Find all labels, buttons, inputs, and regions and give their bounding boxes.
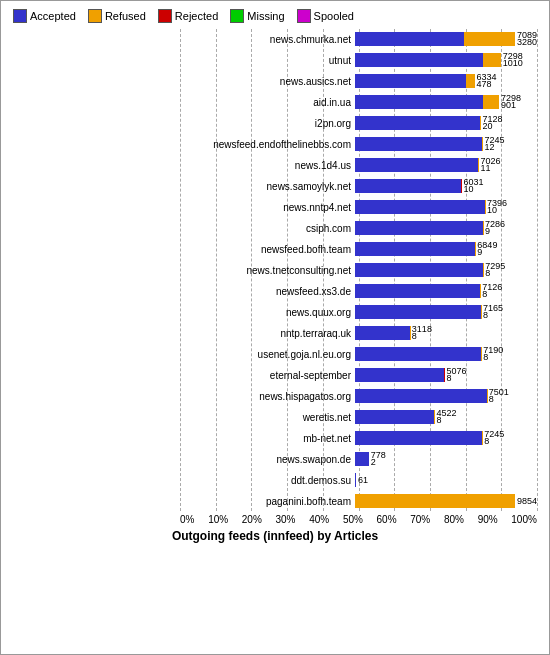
bar-wrapper <box>355 431 482 445</box>
bar-segment-accepted <box>355 263 483 277</box>
bar-segment-refused <box>464 32 515 46</box>
bar-value-label: 6334478 <box>477 74 497 88</box>
row-label: news.1d4.us <box>180 160 355 171</box>
table-row: aid.in.ua7298901 <box>180 92 537 112</box>
table-row: nntp.terraraq.uk31188 <box>180 323 537 343</box>
chart-rows: news.chmurka.net70893280utnut72981010new… <box>5 29 545 511</box>
bar-value-label: 724512 <box>484 137 504 151</box>
table-row: newsfeed.bofh.team68499 <box>180 239 537 259</box>
bar-value-label: 603110 <box>463 179 483 193</box>
bar-container: 71658 <box>355 305 537 319</box>
bar-wrapper <box>355 284 480 298</box>
bar-segment-refused <box>483 53 501 67</box>
bar-segment-accepted <box>355 326 410 340</box>
x-axis-label: 40% <box>309 514 329 525</box>
row-label: utnut <box>180 55 355 66</box>
legend-missing: Missing <box>230 9 284 23</box>
row-label: i2pn.org <box>180 118 355 129</box>
row-label: news.nntp4.net <box>180 202 355 213</box>
table-row: newsfeed.xs3.de71268 <box>180 281 537 301</box>
bar-value-label: 45228 <box>437 410 457 424</box>
bar-segment-accepted <box>355 53 483 67</box>
bar-segment-accepted <box>355 473 356 487</box>
bar-value-label: 71268 <box>482 284 502 298</box>
bar-value-label: 31188 <box>412 326 432 340</box>
bar-segment-accepted <box>355 431 482 445</box>
x-axis-labels: 0%10%20%30%40%50%60%70%80%90%100% <box>180 512 537 525</box>
legend-refused-box <box>88 9 102 23</box>
legend-missing-label: Missing <box>247 10 284 22</box>
table-row: news.nntp4.net739610 <box>180 197 537 217</box>
table-row: news.chmurka.net70893280 <box>180 29 537 49</box>
bar-value-label: 9854 <box>517 494 537 508</box>
row-label: news.tnetconsulting.net <box>180 265 355 276</box>
bar-value-label: 72958 <box>485 263 505 277</box>
row-label: news.samoylyk.net <box>180 181 355 192</box>
row-label: mb-net.net <box>180 433 355 444</box>
bar-container: 6334478 <box>355 74 537 88</box>
bar-wrapper <box>355 158 479 172</box>
table-row: news.hispagatos.org75018 <box>180 386 537 406</box>
x-axis-label: 0% <box>180 514 194 525</box>
bar-segment-accepted <box>355 452 369 466</box>
row-label: newsfeed.endofthelinebbs.com <box>180 139 355 150</box>
row-label: newsfeed.bofh.team <box>180 244 355 255</box>
bar-segment-accepted <box>355 158 478 172</box>
legend-missing-box <box>230 9 244 23</box>
row-label: news.quux.org <box>180 307 355 318</box>
bar-segment-accepted <box>355 179 461 193</box>
bar-segment-accepted <box>355 137 482 151</box>
bar-segment-accepted <box>355 305 481 319</box>
row-label: csiph.com <box>180 223 355 234</box>
legend-accepted-label: Accepted <box>30 10 76 22</box>
legend-spooled-box <box>297 9 311 23</box>
legend-spooled-label: Spooled <box>314 10 354 22</box>
table-row: paganini.bofh.team9854 <box>180 491 537 511</box>
row-label: news.ausics.net <box>180 76 355 87</box>
row-label: newsfeed.xs3.de <box>180 286 355 297</box>
bar-container: 70893280 <box>355 32 537 46</box>
bar-segment-accepted <box>355 410 434 424</box>
legend-spooled: Spooled <box>297 9 354 23</box>
bar-segment-refused <box>483 95 499 109</box>
bar-container: 7298901 <box>355 95 537 109</box>
bar-segment-accepted <box>355 284 480 298</box>
row-label: eternal-september <box>180 370 355 381</box>
bar-container: 9854 <box>355 494 537 508</box>
x-axis-label: 70% <box>410 514 430 525</box>
bar-value-label: 7298901 <box>501 95 521 109</box>
row-label: news.hispagatos.org <box>180 391 355 402</box>
x-axis-label: 80% <box>444 514 464 525</box>
table-row: news.1d4.us702611 <box>180 155 537 175</box>
bar-value-label: 72981010 <box>503 53 523 67</box>
bar-container: 45228 <box>355 410 537 424</box>
bar-container: 68499 <box>355 242 537 256</box>
bar-container: 71268 <box>355 284 537 298</box>
bar-wrapper <box>355 368 444 382</box>
legend: Accepted Refused Rejected Missing Spoole… <box>5 5 545 29</box>
table-row: news.quux.org71658 <box>180 302 537 322</box>
bar-container: 71908 <box>355 347 537 361</box>
x-axis-label: 30% <box>276 514 296 525</box>
x-axis-area: 0%10%20%30%40%50%60%70%80%90%100% <box>180 512 537 525</box>
bar-wrapper <box>355 116 480 130</box>
table-row: mb-net.net72458 <box>180 428 537 448</box>
legend-refused: Refused <box>88 9 146 23</box>
bar-value-label: 702611 <box>481 158 501 172</box>
legend-rejected-box <box>158 9 172 23</box>
table-row: csiph.com72869 <box>180 218 537 238</box>
bar-segment-refused <box>466 74 474 88</box>
bar-container: 702611 <box>355 158 537 172</box>
table-row: weretis.net45228 <box>180 407 537 427</box>
bar-wrapper <box>355 74 475 88</box>
bar-wrapper <box>355 410 435 424</box>
bar-wrapper <box>355 347 481 361</box>
legend-refused-label: Refused <box>105 10 146 22</box>
bars-and-grid: news.chmurka.net70893280utnut72981010new… <box>180 29 537 511</box>
chart-container: Accepted Refused Rejected Missing Spoole… <box>0 0 550 655</box>
bar-container: 75018 <box>355 389 537 403</box>
legend-rejected-label: Rejected <box>175 10 218 22</box>
bar-segment-accepted <box>355 368 444 382</box>
bar-wrapper <box>355 263 483 277</box>
bar-segment-accepted <box>355 200 485 214</box>
